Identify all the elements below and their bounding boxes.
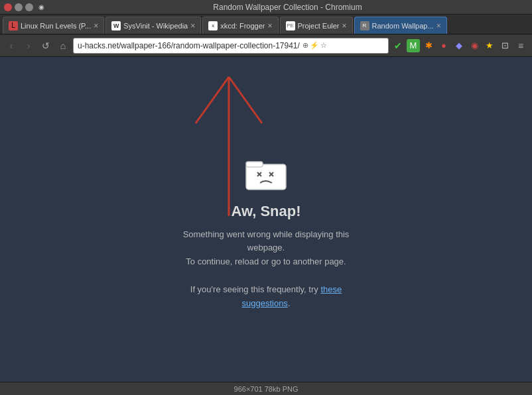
app-icon: ◉ [38,3,44,11]
title-bar: ◉ Random Wallpaper Collection - Chromium [0,0,532,15]
plugin-icon[interactable]: ⚡ [310,41,319,50]
error-desc-line2: To continue, reload or go to another pag… [186,256,346,266]
ext-check-icon[interactable]: ✔ [391,39,405,52]
tab-euler-close[interactable]: × [342,21,346,30]
tab-xkcd[interactable]: x xkcd: Frogger × [202,17,278,34]
tab-sysvinit[interactable]: W SysVinit - Wikipedia × [105,17,201,34]
address-icons: ⊕ ⚡ ☆ [302,41,327,50]
svg-rect-4 [246,162,263,167]
ext-yellow-icon[interactable]: ★ [483,39,496,52]
tab-euler[interactable]: PE Project Euler × [280,17,353,34]
back-button[interactable]: ‹ [4,38,19,53]
ext-star-icon[interactable]: ✱ [422,39,435,52]
ext-circle-icon[interactable]: ● [437,39,450,52]
tab-linux-favicon: L [9,21,18,30]
tab-random[interactable]: R Random Wallpap... × [354,17,447,34]
reload-button[interactable]: ↺ [38,38,53,53]
close-button[interactable] [4,3,12,11]
minimize-button[interactable] [15,3,23,11]
error-suggestion-prefix: If you're seeing this frequently, try [190,284,321,294]
error-title: Aw, Snap! [231,203,300,220]
address-bar[interactable]: u-hacks.net/wallpaper-166/random-wallpap… [73,38,389,54]
ext-mail-icon[interactable]: M [407,39,420,52]
tab-random-close[interactable]: × [436,21,441,30]
tab-random-label: Random Wallpap... [372,22,434,30]
ext-purple-icon[interactable]: ◆ [452,39,466,52]
tab-sysvinit-label: SysVinit - Wikipedia [123,22,188,30]
svg-line-1 [196,77,229,123]
tab-sysvinit-close[interactable]: × [190,21,195,30]
forward-button[interactable]: › [21,38,36,53]
browser-content: Aw, Snap! Something went wrong while dis… [0,57,532,382]
error-suggestion-suffix: . [288,298,291,308]
error-desc-line1: Something went wrong while displaying th… [183,229,350,253]
ext-red2-icon[interactable]: ◉ [468,39,481,52]
ext-grey-icon[interactable]: ⊡ [498,39,511,52]
tab-linux-close[interactable]: × [94,21,98,30]
bookmark-icon[interactable]: ☆ [320,41,327,50]
window-controls[interactable] [4,3,33,11]
tab-xkcd-favicon: x [208,21,218,30]
tab-sysvinit-favicon: W [111,21,121,30]
address-text: u-hacks.net/wallpaper-166/random-wallpap… [78,41,300,50]
tab-linux[interactable]: L Linux Run Levels (P... × [3,17,104,34]
svg-line-2 [229,77,262,123]
rss-icon[interactable]: ⊕ [302,41,308,50]
error-content: Aw, Snap! Something went wrong while dis… [166,155,366,311]
menu-button[interactable]: ≡ [513,38,528,53]
tab-xkcd-close[interactable]: × [267,21,272,30]
tab-euler-label: Project Euler [298,22,340,30]
svg-rect-3 [246,164,286,190]
status-bar: 966×701 78kb PNG [0,382,532,395]
tab-linux-label: Linux Run Levels (P... [21,22,91,30]
toolbar: ‹ › ↺ ⌂ u-hacks.net/wallpaper-166/random… [0,34,532,57]
sad-folder-icon [243,155,289,194]
maximize-button[interactable] [25,3,33,11]
status-text: 966×701 78kb PNG [234,385,299,393]
toolbar-extension-icons: ✔ M ✱ ● ◆ ◉ ★ ⊡ ≡ [391,38,528,53]
tab-random-favicon: R [360,21,369,30]
tab-euler-favicon: PE [286,21,295,30]
error-description: Something went wrong while displaying th… [166,228,366,311]
window-title: Random Wallpaper Collection - Chromium [47,3,528,12]
home-button[interactable]: ⌂ [56,38,70,53]
tab-xkcd-label: xkcd: Frogger [220,22,265,30]
tab-bar: L Linux Run Levels (P... × W SysVinit - … [0,15,532,34]
